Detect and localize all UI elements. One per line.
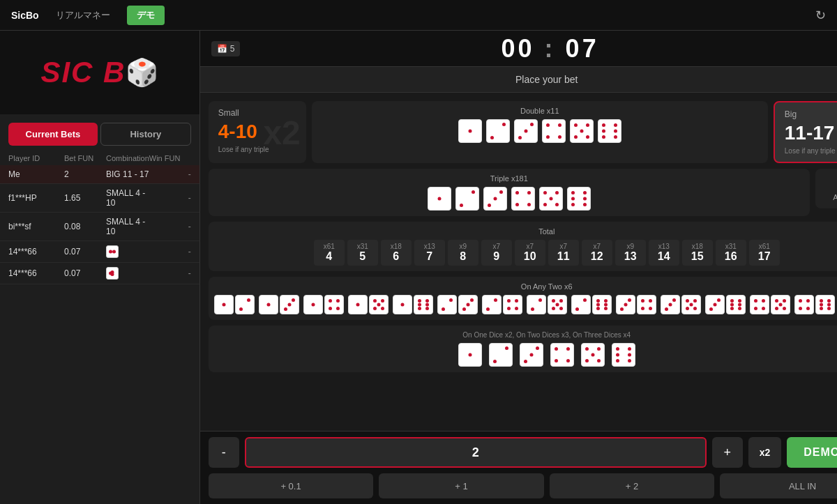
- timer-display: 00 : 07: [240, 34, 837, 63]
- total-cell-16[interactable]: x31 16: [716, 240, 746, 266]
- bet-input[interactable]: [245, 437, 707, 468]
- two-dice-1-3[interactable]: [259, 295, 299, 314]
- total-grid: x61 4 x31 5 x18 6 x13 7: [214, 240, 837, 266]
- table-row: f1***HP 1.65 SMALL 4 - 10 -: [0, 184, 199, 213]
- total-cell-4[interactable]: x61 4: [314, 240, 345, 266]
- bottom-controls: - + x2 DEMO BET + 0.1 + 1 + 2 ALL IN: [200, 431, 837, 504]
- real-money-btn[interactable]: リアルマネー: [50, 6, 116, 24]
- game-board: Small 4-10 Lose if any triple x2 Double …: [200, 93, 837, 431]
- triple-dice-4[interactable]: [511, 187, 535, 211]
- bets-table: Player ID Bet FUN Combination Win FUN Me…: [0, 146, 199, 504]
- timer-minutes: 00: [502, 34, 535, 63]
- table-row: Me 2 BIG 11 - 17 -: [0, 165, 199, 184]
- timer-seconds: 07: [566, 34, 599, 63]
- total-cell-13[interactable]: x9 13: [615, 240, 646, 266]
- quick-add-1[interactable]: + 1: [379, 473, 544, 498]
- total-cell-9[interactable]: x7 9: [481, 240, 512, 266]
- demo-mode-btn[interactable]: デモ: [127, 6, 165, 25]
- big-label: Big: [785, 109, 837, 119]
- table-row: bi***sf 0.08 SMALL 4 - 10 -: [0, 213, 199, 241]
- total-cell-7[interactable]: x13 7: [414, 240, 445, 266]
- two-dice-section: On Any Two x6: [209, 277, 837, 320]
- two-dice-2-3[interactable]: [437, 295, 478, 314]
- big-bet-area[interactable]: Big 11-17 Lose if any triple x2: [774, 101, 837, 163]
- x2-btn[interactable]: x2: [748, 437, 782, 468]
- two-dice-2-5[interactable]: [527, 295, 567, 314]
- total-cell-6[interactable]: x18 6: [381, 240, 412, 266]
- quick-add-2[interactable]: + 2: [550, 473, 715, 498]
- triple-label: Triple x181: [214, 174, 804, 183]
- double-dice-3-3[interactable]: [514, 119, 538, 143]
- two-dice-4-6[interactable]: [794, 295, 835, 314]
- two-dice-3-4[interactable]: [616, 295, 656, 314]
- triple-row: Triple x181 x31 Any Triple: [209, 169, 837, 216]
- single-dice-1[interactable]: [458, 343, 482, 367]
- big-value: 11-17: [785, 122, 837, 144]
- two-dice-3-6[interactable]: [705, 295, 746, 314]
- double-dice-grid: [317, 119, 762, 143]
- two-dice-1-6[interactable]: [393, 295, 433, 314]
- total-cell-5[interactable]: x31 5: [347, 240, 378, 266]
- two-dice-1-4[interactable]: [303, 295, 344, 314]
- double-dice-2-2[interactable]: [486, 119, 510, 143]
- total-cell-11[interactable]: x7 11: [548, 240, 579, 266]
- double-dice-5-5[interactable]: [570, 119, 594, 143]
- center-panel: 📅 5 00 : 07 ⚙ Place your bet Small 4-10 …: [200, 31, 837, 504]
- any-triple-multiplier: x31: [822, 176, 837, 190]
- minus-btn[interactable]: -: [209, 437, 239, 468]
- dice-icon-small: [106, 245, 119, 258]
- left-panel: SIC B 🎲 Current Bets History Player ID B…: [0, 31, 200, 504]
- two-dice-2-4[interactable]: [482, 295, 522, 314]
- single-dice-4[interactable]: [550, 343, 574, 367]
- header-combination: Combination: [106, 154, 149, 162]
- total-cell-15[interactable]: x18 15: [682, 240, 713, 266]
- two-dice-4-5[interactable]: [750, 295, 790, 314]
- any-triple-label: Any Triple: [822, 193, 837, 201]
- total-cell-17[interactable]: x61 17: [749, 240, 780, 266]
- big-sub: Lose if any triple: [785, 147, 837, 155]
- header-bet-fun: Bet FUN: [64, 154, 106, 162]
- single-dice-2[interactable]: [489, 343, 513, 367]
- two-dice-grid: [214, 295, 837, 314]
- two-dice-3-5[interactable]: [661, 295, 701, 314]
- total-cell-8[interactable]: x9 8: [448, 240, 478, 266]
- total-section: Total x61 4 x31 5 x18 6 x13: [209, 222, 837, 271]
- two-dice-2-6[interactable]: [571, 295, 612, 314]
- two-dice-1-2[interactable]: [214, 295, 255, 314]
- all-in-btn[interactable]: ALL IN: [720, 473, 837, 498]
- total-cell-12[interactable]: x7 12: [582, 240, 612, 266]
- current-bets-tab[interactable]: Current Bets: [8, 123, 98, 146]
- total-cell-14[interactable]: x13 14: [649, 240, 679, 266]
- triple-dice-1[interactable]: [428, 187, 451, 211]
- total-cell-10[interactable]: x7 10: [515, 240, 545, 266]
- single-dice-3[interactable]: [520, 343, 543, 367]
- single-dice-label: On One Dice x2, On Two Dices x3, On Thre…: [214, 331, 837, 339]
- refresh-btn[interactable]: ↻: [815, 8, 826, 23]
- double-dice-4-4[interactable]: [542, 119, 566, 143]
- double-dice-1-1[interactable]: [458, 119, 482, 143]
- small-bet-area[interactable]: Small 4-10 Lose if any triple x2: [209, 101, 306, 163]
- single-dice-6[interactable]: [612, 343, 635, 367]
- calendar-icon: 📅: [217, 44, 227, 54]
- triple-dice-2[interactable]: [455, 187, 479, 211]
- any-triple-area[interactable]: x31 Any Triple: [815, 169, 837, 208]
- plus-btn[interactable]: +: [712, 437, 743, 468]
- app-title: SicBo: [11, 10, 39, 21]
- timer-colon: :: [545, 34, 566, 63]
- triple-dice-3[interactable]: [483, 187, 507, 211]
- bets-table-header: Player ID Bet FUN Combination Win FUN: [0, 151, 199, 165]
- double-area: Double x11: [312, 101, 768, 163]
- double-dice-6-6[interactable]: [598, 119, 621, 143]
- triple-dice-5[interactable]: [539, 187, 563, 211]
- table-row: 14***66 0.07 -: [0, 263, 199, 284]
- two-dice-1-5[interactable]: [348, 295, 389, 314]
- single-dice-grid: [214, 343, 837, 367]
- triple-dice-grid: [214, 187, 804, 211]
- single-dice-5[interactable]: [581, 343, 605, 367]
- demo-bet-btn[interactable]: DEMO BET: [787, 437, 837, 468]
- history-tab[interactable]: History: [100, 123, 191, 146]
- quick-add-0-1[interactable]: + 0.1: [209, 473, 374, 498]
- triple-dice-6[interactable]: [567, 187, 591, 211]
- triple-area: Triple x181: [209, 169, 810, 216]
- logo-area: SIC B 🎲: [0, 31, 199, 114]
